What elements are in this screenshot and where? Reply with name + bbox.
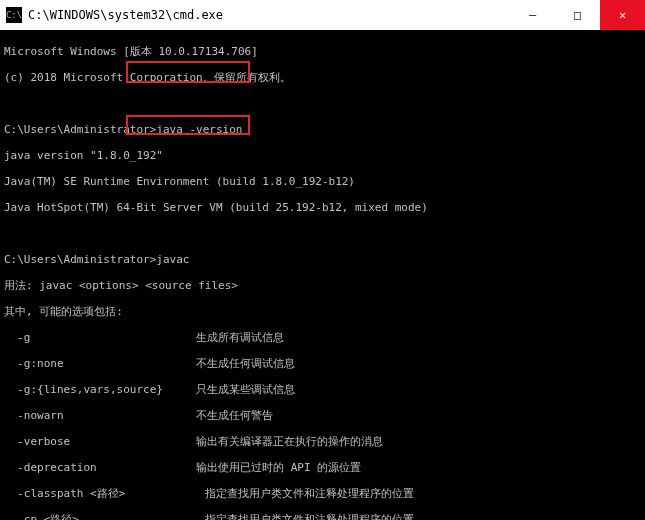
prompt-command: javac: [156, 253, 189, 266]
prompt-path: C:\Users\Administrator>: [4, 253, 156, 266]
output-line: java version "1.8.0_192": [4, 149, 641, 162]
window-titlebar: C:\ C:\WINDOWS\system32\cmd.exe — □ ✕: [0, 0, 645, 30]
output-line: Java HotSpot(TM) 64-Bit Server VM (build…: [4, 201, 641, 214]
output-line: -deprecation 输出使用已过时的 API 的源位置: [4, 461, 641, 474]
output-line: Java(TM) SE Runtime Environment (build 1…: [4, 175, 641, 188]
minimize-button[interactable]: —: [510, 0, 555, 30]
output-line: -nowarn 不生成任何警告: [4, 409, 641, 422]
terminal-output[interactable]: Microsoft Windows [版本 10.0.17134.706] (c…: [0, 30, 645, 520]
output-line: -g 生成所有调试信息: [4, 331, 641, 344]
window-controls: — □ ✕: [510, 0, 645, 30]
output-line: -cp <路径> 指定查找用户类文件和注释处理程序的位置: [4, 513, 641, 520]
output-line: -g:{lines,vars,source} 只生成某些调试信息: [4, 383, 641, 396]
output-line: 用法: javac <options> <source files>: [4, 279, 641, 292]
prompt-line: C:\Users\Administrator>javac: [4, 253, 641, 266]
cmd-icon: C:\: [6, 7, 22, 23]
output-line: -g:none 不生成任何调试信息: [4, 357, 641, 370]
prompt-line: C:\Users\Administrator>java -version: [4, 123, 641, 136]
output-line: -classpath <路径> 指定查找用户类文件和注释处理程序的位置: [4, 487, 641, 500]
close-button[interactable]: ✕: [600, 0, 645, 30]
prompt-path: C:\Users\Administrator>: [4, 123, 156, 136]
window-title: C:\WINDOWS\system32\cmd.exe: [28, 8, 223, 22]
output-line: -verbose 输出有关编译器正在执行的操作的消息: [4, 435, 641, 448]
header-line: (c) 2018 Microsoft Corporation。保留所有权利。: [4, 71, 641, 84]
output-line: 其中, 可能的选项包括:: [4, 305, 641, 318]
maximize-button[interactable]: □: [555, 0, 600, 30]
header-line: Microsoft Windows [版本 10.0.17134.706]: [4, 45, 641, 58]
prompt-command: java -version: [156, 123, 242, 136]
